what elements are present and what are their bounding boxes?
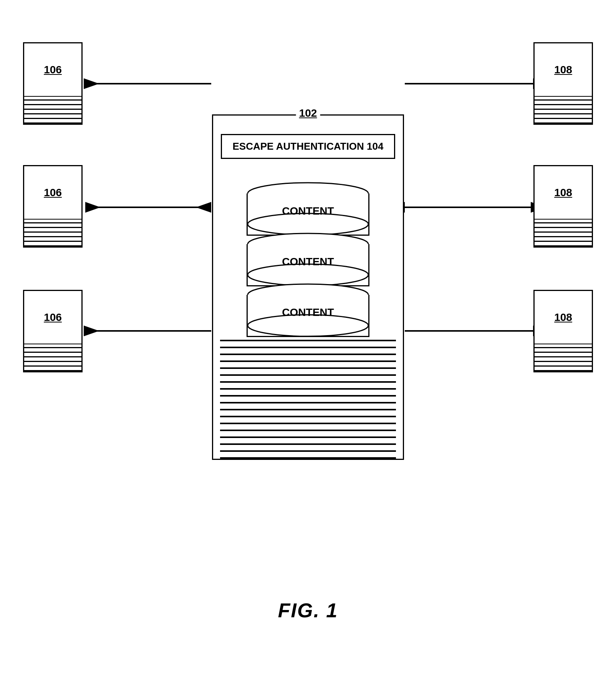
cylinder-3: CONTENT	[247, 283, 369, 337]
right-device-3-lower	[535, 344, 592, 371]
right-device-3-label: 108	[554, 311, 572, 324]
auth-box: ESCAPE AUTHENTICATION 104	[221, 134, 396, 159]
diagram-area: 102 ESCAPE AUTHENTICATION 104 CONTENT	[0, 0, 616, 595]
auth-label: ESCAPE AUTHENTICATION 104	[233, 141, 384, 152]
left-device-3-upper: 106	[24, 291, 81, 344]
left-device-1-label: 106	[44, 64, 62, 76]
left-device-3-lower	[24, 344, 81, 371]
cylinders-area: CONTENT CONTENT	[247, 182, 369, 330]
figure-label: FIG. 1	[278, 599, 338, 622]
striped-section	[220, 338, 396, 459]
left-device-1-lower	[24, 97, 81, 124]
right-device-2-lower	[535, 220, 592, 246]
right-device-1-upper: 108	[535, 43, 592, 97]
central-box-label: 102	[296, 107, 320, 119]
cylinder-2-label: CONTENT	[282, 256, 334, 268]
central-box: 102 ESCAPE AUTHENTICATION 104 CONTENT	[212, 114, 404, 460]
cylinder-1-label: CONTENT	[282, 205, 334, 217]
right-device-3: 108	[533, 290, 593, 372]
left-device-1-upper: 106	[24, 43, 81, 97]
cylinder-3-label: CONTENT	[282, 306, 334, 319]
left-device-2-lower	[24, 220, 81, 246]
left-device-2-label: 106	[44, 187, 62, 199]
right-device-2-label: 108	[554, 187, 572, 199]
right-device-2-upper: 108	[535, 166, 592, 220]
cylinder-2: CONTENT	[247, 233, 369, 286]
left-device-3-label: 106	[44, 311, 62, 324]
cylinder-1: CONTENT	[247, 182, 369, 236]
right-device-1-lower	[535, 97, 592, 124]
left-device-2: 106	[23, 165, 83, 248]
left-device-3: 106	[23, 290, 83, 372]
right-device-1-label: 108	[554, 64, 572, 76]
right-device-2: 108	[533, 165, 593, 248]
left-device-1: 106	[23, 42, 83, 125]
left-device-2-upper: 106	[24, 166, 81, 220]
right-device-3-upper: 108	[535, 291, 592, 344]
right-device-1: 108	[533, 42, 593, 125]
